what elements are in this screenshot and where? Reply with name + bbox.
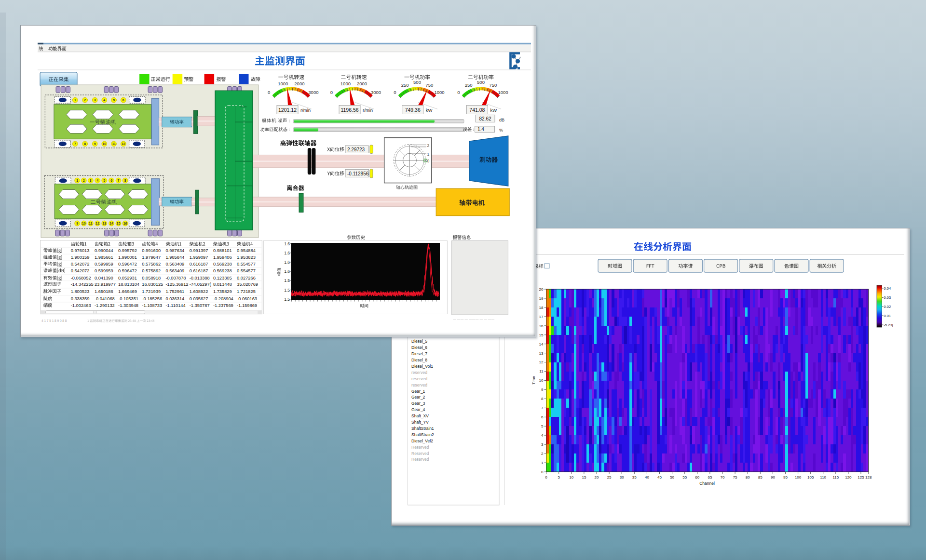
svg-text:750: 750 (425, 82, 433, 88)
svg-text:15: 15 (539, 333, 544, 337)
svg-text:1.6: 1.6 (284, 260, 290, 265)
svg-text:kW: kW (490, 107, 497, 113)
svg-text:Diesel_8: Diesel_8 (411, 358, 427, 362)
svg-text:0.596472: 0.596472 (118, 268, 137, 273)
svg-text:17: 17 (539, 315, 544, 319)
svg-text:-0.060163: -0.060163 (237, 296, 257, 301)
svg-text:0.052931: 0.052931 (118, 276, 137, 280)
svg-text:2: 2 (427, 143, 430, 148)
svg-text:0.027266: 0.027266 (237, 276, 256, 280)
svg-text:0: 0 (268, 90, 270, 95)
svg-text:kW: kW (426, 107, 433, 113)
svg-text:Reserved: Reserved (411, 457, 429, 462)
svg-text:4: 4 (96, 179, 98, 182)
svg-text:3000: 3000 (308, 90, 318, 95)
svg-text:Shaft_YV: Shaft_YV (411, 420, 429, 425)
svg-text:-1.108733: -1.108733 (142, 303, 162, 308)
svg-text:18.813104: 18.813104 (118, 282, 139, 287)
svg-text:-1.159869: -1.159869 (237, 303, 257, 308)
svg-text:0: 0 (330, 90, 333, 95)
svg-text:7: 7 (118, 179, 120, 182)
svg-text:Time: Time (531, 376, 536, 385)
svg-text:1000: 1000 (278, 81, 288, 86)
svg-text:0.976013: 0.976013 (71, 248, 90, 253)
svg-text:0.04: 0.04 (884, 286, 891, 291)
svg-text:0.338359: 0.338359 (71, 296, 90, 301)
svg-text:4: 4 (541, 433, 544, 438)
svg-text:12: 12 (95, 222, 99, 225)
svg-text:-14.342255: -14.342255 (71, 282, 94, 287)
svg-text:-125.36912: -125.36912 (166, 282, 189, 287)
svg-text:1.953823: 1.953823 (237, 255, 256, 260)
svg-text:11: 11 (89, 222, 93, 225)
svg-text:-0.185256: -0.185256 (142, 296, 162, 301)
svg-text:1201.12: 1201.12 (278, 107, 297, 113)
svg-text:1: 1 (74, 98, 76, 102)
svg-text:750: 750 (489, 82, 497, 88)
svg-text:-1.002463: -1.002463 (71, 303, 91, 308)
svg-text:0.554577: 0.554577 (237, 268, 256, 273)
svg-text:16.830125: 16.830125 (142, 282, 163, 287)
svg-text:6: 6 (123, 98, 124, 102)
svg-text:1.985661: 1.985661 (95, 255, 113, 260)
svg-text:0: 0 (394, 90, 396, 95)
svg-text:7: 7 (541, 406, 544, 410)
svg-text:100: 100 (795, 475, 802, 480)
svg-text:1: 1 (76, 179, 78, 182)
svg-text:Gear_1: Gear_1 (411, 389, 425, 394)
svg-text:0.995792: 0.995792 (118, 248, 137, 253)
svg-text:0.991600: 0.991600 (142, 248, 161, 253)
svg-text:5: 5 (103, 179, 105, 182)
svg-text:65: 65 (708, 475, 712, 480)
svg-text:Diesel_7: Diesel_7 (411, 351, 427, 356)
svg-text:35: 35 (632, 475, 637, 480)
svg-text:55: 55 (682, 475, 687, 480)
svg-text:741.08: 741.08 (469, 107, 485, 113)
svg-text:-1.237569: -1.237569 (213, 303, 233, 308)
svg-text:250: 250 (401, 82, 409, 88)
svg-text:15: 15 (582, 475, 586, 480)
svg-text:8: 8 (541, 397, 544, 401)
svg-text:9: 9 (76, 222, 78, 225)
svg-text:-74.05297(: -74.05297( (190, 282, 212, 287)
svg-text:110: 110 (820, 475, 826, 480)
svg-text:23.919977: 23.919977 (95, 282, 116, 287)
svg-text:9: 9 (541, 387, 544, 392)
svg-text:50: 50 (670, 475, 674, 480)
svg-text:0.616187: 0.616187 (190, 268, 208, 273)
svg-text:Diesel_5: Diesel_5 (411, 339, 427, 344)
svg-text:11: 11 (112, 142, 116, 146)
svg-text:0: 0 (545, 475, 547, 480)
svg-text:7: 7 (74, 142, 76, 146)
svg-text:1000: 1000 (340, 81, 351, 86)
svg-text:-0.208904: -0.208904 (213, 296, 233, 301)
svg-text:0.036314: 0.036314 (166, 296, 185, 301)
svg-text:12: 12 (539, 360, 544, 364)
svg-text:2: 2 (83, 179, 85, 182)
svg-text:3: 3 (541, 442, 544, 447)
svg-text:250: 250 (465, 82, 473, 88)
svg-text:-0.068052: -0.068052 (71, 276, 91, 280)
svg-text:5: 5 (541, 424, 544, 428)
svg-text:1: 1 (541, 461, 544, 465)
svg-text:-5.23(: -5.23( (884, 323, 894, 327)
svg-text:19: 19 (539, 296, 544, 301)
svg-text:0: 0 (427, 159, 430, 163)
svg-text:115: 115 (832, 475, 839, 480)
svg-text:0.123305: 0.123305 (213, 276, 232, 280)
svg-text:35.020769: 35.020769 (237, 282, 258, 287)
svg-text:Reserved: Reserved (411, 451, 429, 456)
svg-text:0.563409: 0.563409 (166, 262, 185, 267)
svg-text:-1.110144: -1.110144 (166, 303, 186, 308)
svg-text:1.900159: 1.900159 (71, 255, 90, 260)
svg-text:Shaft_XV: Shaft_XV (411, 413, 429, 418)
svg-text:15: 15 (117, 222, 121, 225)
svg-text:1.735829: 1.735829 (213, 289, 232, 294)
svg-text:-0.007878: -0.007878 (166, 276, 186, 280)
svg-text:0.02: 0.02 (884, 305, 891, 309)
svg-text:10: 10 (539, 378, 544, 383)
svg-text:0: 0 (541, 470, 544, 474)
svg-text:-0.013388: -0.013388 (190, 276, 210, 280)
svg-text:0.575862: 0.575862 (142, 268, 161, 273)
svg-text:1.721825: 1.721825 (237, 289, 256, 294)
